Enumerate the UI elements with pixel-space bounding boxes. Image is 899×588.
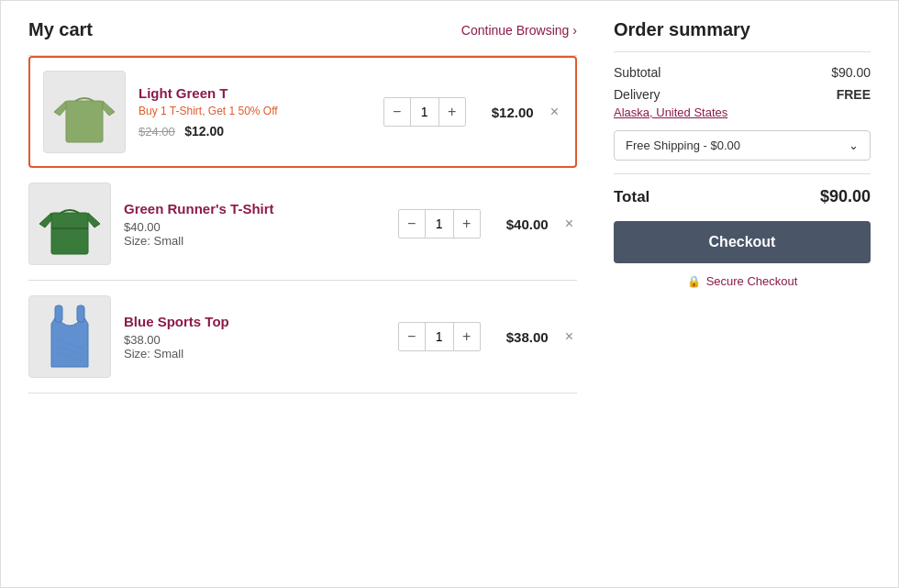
subtotal-row: Subtotal $90.00 bbox=[614, 65, 871, 80]
item-2-remove-button[interactable]: × bbox=[561, 212, 577, 236]
svg-marker-5 bbox=[88, 213, 100, 227]
shipping-option-label: Free Shipping - $0.00 bbox=[626, 139, 740, 152]
delivery-value: FREE bbox=[837, 87, 871, 102]
item-1-sale-price: $12.00 bbox=[184, 124, 224, 139]
item-3-remove-button[interactable]: × bbox=[561, 325, 577, 349]
item-3-name: Blue Sports Top bbox=[124, 314, 385, 329]
cart-header: My cart Continue Browsing › bbox=[28, 19, 577, 40]
item-3-qty-decrease[interactable]: − bbox=[399, 322, 425, 351]
cart-item-1: Light Green T Buy 1 T-Shirt, Get 1 50% O… bbox=[28, 56, 577, 168]
item-2-size: Size: Small bbox=[124, 234, 385, 248]
svg-rect-8 bbox=[77, 305, 84, 322]
secure-checkout-label: Secure Checkout bbox=[706, 274, 798, 288]
item-1-promo: Buy 1 T-Shirt, Get 1 50% Off bbox=[139, 105, 371, 117]
item-2-price: $40.00 bbox=[124, 220, 385, 234]
chevron-right-icon: › bbox=[572, 23, 577, 38]
item-1-name: Light Green T bbox=[139, 85, 371, 101]
item-3-image bbox=[28, 295, 111, 378]
shipping-select-dropdown[interactable]: Free Shipping - $0.00 ⌄ bbox=[614, 130, 871, 161]
total-label: Total bbox=[614, 188, 649, 206]
item-1-qty-decrease[interactable]: − bbox=[384, 97, 410, 127]
checkout-button[interactable]: Checkout bbox=[614, 221, 871, 263]
item-2-image bbox=[28, 183, 111, 265]
delivery-label: Delivery bbox=[614, 87, 660, 102]
cart-item-3: Blue Sports Top $38.00 Size: Small − 1 +… bbox=[28, 281, 577, 394]
lock-icon: 🔒 bbox=[687, 275, 701, 288]
item-3-qty-increase[interactable]: + bbox=[454, 322, 480, 351]
continue-browsing-link[interactable]: Continue Browsing › bbox=[461, 23, 577, 38]
item-1-image bbox=[43, 71, 126, 153]
item-3-qty-value: 1 bbox=[425, 323, 454, 350]
blue-sports-top-icon bbox=[38, 298, 102, 376]
total-amount: $90.00 bbox=[820, 187, 871, 206]
cart-section: My cart Continue Browsing › bbox=[28, 19, 577, 569]
item-1-line-total: $12.00 bbox=[479, 105, 534, 120]
delivery-location[interactable]: Alaska, United States bbox=[614, 105, 871, 119]
item-2-info: Green Runner's T-Shirt $40.00 Size: Smal… bbox=[124, 201, 385, 248]
item-2-qty-decrease[interactable]: − bbox=[399, 209, 425, 239]
order-summary-section: Order summary Subtotal $90.00 Delivery F… bbox=[605, 19, 871, 569]
item-1-info: Light Green T Buy 1 T-Shirt, Get 1 50% O… bbox=[139, 85, 371, 139]
secure-checkout-link[interactable]: 🔒 Secure Checkout bbox=[614, 274, 871, 288]
item-3-line-total: $38.00 bbox=[494, 329, 549, 345]
subtotal-value: $90.00 bbox=[831, 65, 871, 80]
item-3-size: Size: Small bbox=[124, 347, 385, 361]
summary-bottom-divider bbox=[614, 173, 871, 174]
svg-marker-1 bbox=[54, 101, 66, 116]
light-green-tshirt-icon bbox=[52, 75, 117, 149]
item-1-qty-control: − 1 + bbox=[383, 97, 466, 127]
svg-rect-3 bbox=[51, 213, 88, 254]
continue-browsing-text: Continue Browsing bbox=[461, 23, 570, 38]
subtotal-label: Subtotal bbox=[614, 65, 660, 80]
summary-title: Order summary bbox=[614, 19, 871, 40]
item-2-qty-increase[interactable]: + bbox=[454, 209, 480, 239]
chevron-down-icon: ⌄ bbox=[849, 139, 859, 152]
svg-marker-2 bbox=[103, 101, 115, 116]
total-row: Total $90.00 bbox=[614, 187, 871, 206]
cart-item-2: Green Runner's T-Shirt $40.00 Size: Smal… bbox=[28, 168, 577, 281]
item-2-name: Green Runner's T-Shirt bbox=[124, 201, 385, 216]
item-2-line-total: $40.00 bbox=[494, 216, 549, 232]
item-3-info: Blue Sports Top $38.00 Size: Small bbox=[124, 314, 385, 361]
svg-rect-7 bbox=[55, 305, 62, 322]
dark-green-tshirt-icon bbox=[38, 187, 102, 261]
summary-top-divider bbox=[614, 51, 871, 52]
item-1-original-price: $24.00 bbox=[139, 125, 175, 139]
cart-title: My cart bbox=[28, 19, 93, 40]
svg-marker-4 bbox=[39, 213, 51, 227]
item-2-qty-control: − 1 + bbox=[398, 209, 481, 239]
svg-rect-0 bbox=[66, 101, 103, 142]
item-3-price: $38.00 bbox=[124, 333, 385, 347]
item-1-qty-value: 1 bbox=[410, 98, 439, 126]
item-2-qty-value: 1 bbox=[425, 210, 454, 238]
item-1-remove-button[interactable]: × bbox=[547, 100, 562, 124]
delivery-row: Delivery FREE bbox=[614, 87, 871, 102]
item-1-pricing: $24.00 $12.00 bbox=[139, 123, 371, 139]
item-3-qty-control: − 1 + bbox=[398, 322, 481, 351]
item-1-qty-increase[interactable]: + bbox=[439, 97, 465, 127]
